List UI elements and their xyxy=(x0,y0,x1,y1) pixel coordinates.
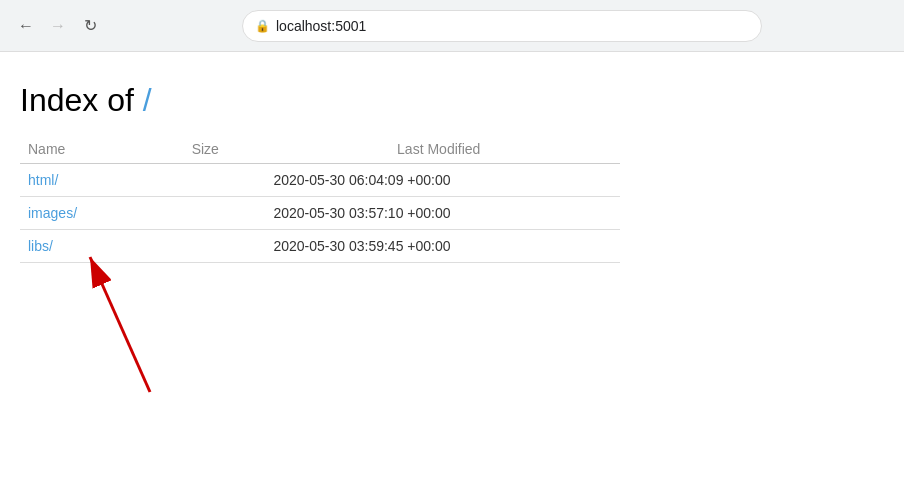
table-row: html/2020-05-30 06:04:09 +00:00 xyxy=(20,164,620,197)
nav-buttons: ← → ↻ xyxy=(12,12,104,40)
cell-name: images/ xyxy=(20,197,184,230)
cell-size xyxy=(184,230,266,263)
browser-chrome: ← → ↻ 🔒 localhost:5001 xyxy=(0,0,904,52)
cell-size xyxy=(184,197,266,230)
cell-name: libs/ xyxy=(20,230,184,263)
page-title: Index of / xyxy=(20,82,884,119)
table-header-row: Name Size Last Modified xyxy=(20,135,620,164)
forward-button[interactable]: → xyxy=(44,12,72,40)
column-header-size: Size xyxy=(184,135,266,164)
cell-modified: 2020-05-30 03:59:45 +00:00 xyxy=(265,230,620,263)
lock-icon: 🔒 xyxy=(255,19,270,33)
column-header-name: Name xyxy=(20,135,184,164)
address-bar[interactable]: 🔒 localhost:5001 xyxy=(242,10,762,42)
file-link[interactable]: html/ xyxy=(28,172,58,188)
back-button[interactable]: ← xyxy=(12,12,40,40)
page-title-text: Index of xyxy=(20,82,143,118)
column-header-modified: Last Modified xyxy=(265,135,620,164)
file-table: Name Size Last Modified html/2020-05-30 … xyxy=(20,135,620,263)
url-text: localhost:5001 xyxy=(276,18,366,34)
cell-modified: 2020-05-30 03:57:10 +00:00 xyxy=(265,197,620,230)
page-content: Index of / Name Size Last Modified html/… xyxy=(0,52,904,283)
cell-name: html/ xyxy=(20,164,184,197)
title-slash: / xyxy=(143,82,152,118)
file-link[interactable]: images/ xyxy=(28,205,77,221)
cell-modified: 2020-05-30 06:04:09 +00:00 xyxy=(265,164,620,197)
svg-line-1 xyxy=(90,257,150,392)
file-link[interactable]: libs/ xyxy=(28,238,53,254)
table-row: libs/2020-05-30 03:59:45 +00:00 xyxy=(20,230,620,263)
reload-button[interactable]: ↻ xyxy=(76,12,104,40)
cell-size xyxy=(184,164,266,197)
table-row: images/2020-05-30 03:57:10 +00:00 xyxy=(20,197,620,230)
